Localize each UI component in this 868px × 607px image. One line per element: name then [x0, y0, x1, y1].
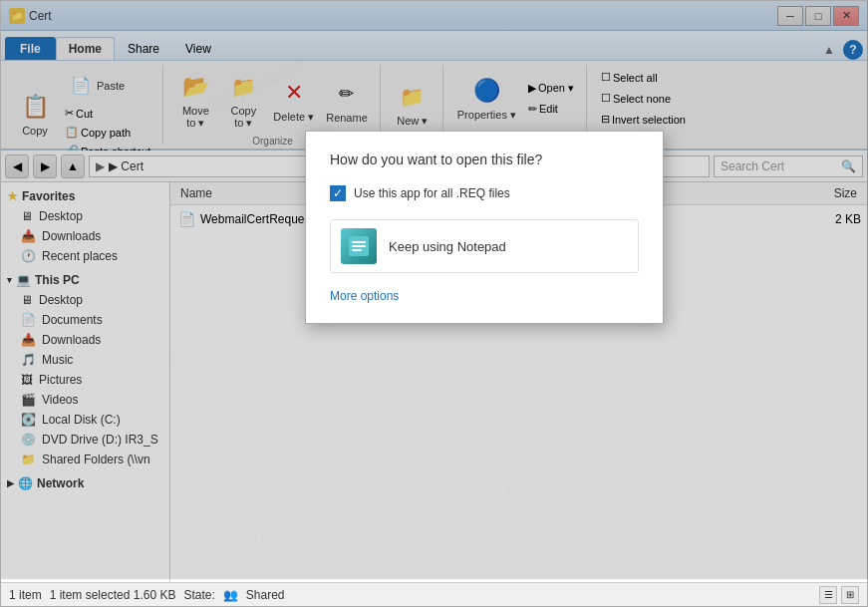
- more-options-link[interactable]: More options: [330, 289, 399, 303]
- open-with-dialog: How do you want to open this file? ✓ Use…: [305, 131, 664, 324]
- svg-rect-3: [352, 249, 362, 251]
- view-buttons: ☰ ⊞: [819, 586, 859, 604]
- status-bar: 1 item 1 item selected 1.60 KB State: 👥 …: [1, 582, 867, 606]
- large-icons-view-button[interactable]: ⊞: [841, 586, 859, 604]
- main-window: 📁 Cert ─ □ ✕ File Home Share View ▲ ? 📋 …: [0, 0, 868, 607]
- dialog-title: How do you want to open this file?: [330, 152, 639, 167]
- svg-rect-2: [352, 245, 366, 247]
- use-app-checkbox[interactable]: ✓: [330, 185, 346, 201]
- state-icon: 👥: [223, 588, 238, 602]
- item-count: 1 item: [9, 588, 42, 602]
- notepad-option[interactable]: Keep using Notepad: [330, 219, 639, 273]
- details-view-button[interactable]: ☰: [819, 586, 837, 604]
- svg-rect-1: [352, 241, 366, 243]
- selected-info: 1 item selected 1.60 KB: [50, 588, 176, 602]
- use-app-label: Use this app for all .REQ files: [354, 186, 510, 200]
- dialog-checkbox-row: ✓ Use this app for all .REQ files: [330, 185, 639, 201]
- notepad-name: Keep using Notepad: [389, 239, 506, 254]
- state-label: State:: [183, 588, 214, 602]
- notepad-icon: [341, 228, 377, 264]
- state-value: Shared: [246, 588, 285, 602]
